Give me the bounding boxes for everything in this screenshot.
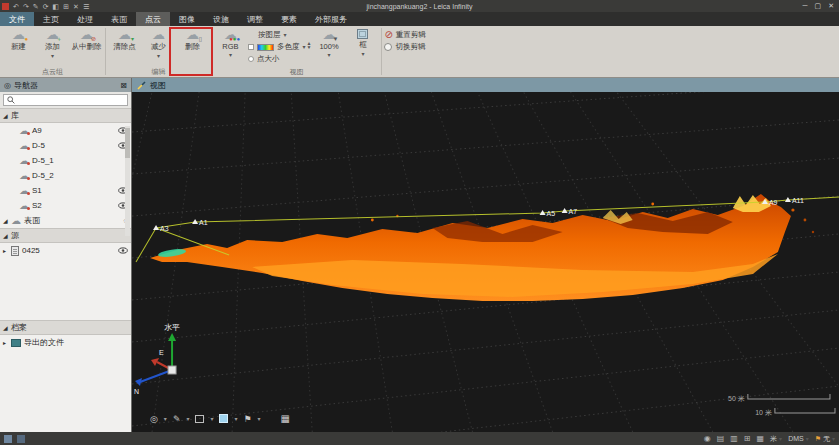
rgb-button[interactable]: ☁●●● RGB ▾ (214, 27, 247, 58)
refresh-icon[interactable]: ⟳ (43, 3, 49, 10)
new-pointcloud-button[interactable]: ☁● 新建 (2, 27, 35, 52)
length-unit-dropdown[interactable]: 米▾ (770, 434, 782, 444)
chevron-down-icon: ▾ (229, 52, 232, 58)
chevron-down-icon[interactable]: ▾ (210, 416, 213, 422)
crs-dropdown[interactable]: ⚑ 无▾ (815, 434, 835, 444)
svg-text:A1: A1 (199, 219, 208, 226)
cloud-rgb-icon: ☁●●● (224, 29, 237, 41)
panel-dock-icon[interactable]: ⊠ (120, 81, 127, 90)
tree-item-source-file[interactable]: ▸ 0425 (0, 243, 131, 258)
status-layout-icon[interactable] (17, 435, 25, 443)
redo-icon[interactable]: ↷ (23, 3, 29, 10)
cloud-filter-icon: ☁▼ (322, 29, 335, 41)
chevron-down-icon[interactable]: ▾ (258, 416, 261, 422)
navigator-header: ◎ 导航器 ⊠ (0, 78, 131, 92)
maximize-button[interactable]: ▢ (815, 2, 822, 10)
status-doc-icon[interactable]: ▤ (717, 434, 725, 443)
status-target-icon[interactable]: ◉ (704, 434, 711, 443)
list-icon[interactable]: ☰ (83, 3, 89, 10)
clear-points-button[interactable]: ☁▾ 清除点 (108, 27, 141, 52)
crs-flag-icon: ⚑ (815, 435, 821, 443)
status-save-icon[interactable]: ▥ (730, 434, 738, 443)
frame-button[interactable]: 框 ▾ (346, 27, 379, 57)
point-cloud[interactable] (150, 194, 814, 301)
view-options-stack: 按图层 ▾ 多色度 ▾ 点大小 (248, 27, 306, 64)
visibility-eye-icon[interactable] (118, 247, 128, 254)
add-pointcloud-button[interactable]: ☁＋ 添加 ▾ (36, 27, 69, 59)
tab-home[interactable]: 主页 (34, 12, 68, 26)
tree-item-pointcloud[interactable]: ☁ D-5_1 (0, 153, 131, 168)
chevron-down-icon[interactable]: ▾ (186, 416, 189, 422)
measure-tool-icon[interactable]: ✎ (173, 414, 181, 424)
tab-external-services[interactable]: 外部服务 (306, 12, 356, 26)
tree-item-pointcloud[interactable]: ☁ A9 (0, 123, 131, 138)
ribbon-group-pointcloud: ☁● 新建 ☁＋ 添加 ▾ ☁⊘ 从中删除 点云组 (0, 26, 105, 77)
pointcloud-icon: ☁ (19, 201, 29, 210)
tree-item-pointcloud[interactable]: ☁ S1 (0, 183, 131, 198)
undo-icon[interactable]: ↶ (13, 3, 19, 10)
window-icon[interactable]: ⊞ (63, 3, 69, 10)
multichrome-checkbox[interactable] (248, 44, 254, 50)
scale-minor-label: 10 米 (755, 409, 772, 416)
tool-icon[interactable]: ✎ (33, 3, 39, 10)
title-bar: ↶ ↷ ✎ ⟳ ◧ ⊞ ✕ ☰ jinchangpankuang2 - Leic… (0, 0, 839, 12)
point-size-radio[interactable] (248, 56, 254, 62)
point-size-stepper[interactable]: ▲▼ (307, 27, 312, 49)
triangle-expanded-icon: ◢ (3, 217, 11, 224)
prohibit-icon: ⊘ (384, 30, 392, 40)
selection-box-icon[interactable] (195, 415, 204, 423)
multichrome-label: 多色度 (277, 42, 300, 52)
snapshot-icon[interactable]: ◧ (53, 3, 60, 10)
zoom-level-button[interactable]: ☁▼ 100% ▾ (312, 27, 345, 58)
angle-unit-dropdown[interactable]: DMS▾ (788, 435, 809, 442)
close-doc-icon[interactable]: ✕ (73, 3, 79, 10)
minimize-button[interactable]: ─ (803, 2, 808, 10)
chevron-down-icon: ▾ (361, 51, 364, 57)
navigator-scrollbar[interactable] (125, 126, 130, 236)
tab-features[interactable]: 要素 (272, 12, 306, 26)
tree-section-source[interactable]: ◢ 源 (0, 228, 131, 243)
group-label-pointcloud: 点云组 (2, 67, 103, 77)
status-panel-icon[interactable] (4, 435, 12, 443)
tree-section-archive[interactable]: ◢ 档案 (0, 320, 131, 335)
filter-flag-icon[interactable]: ⚑ (243, 414, 251, 424)
tab-file[interactable]: 文件 (0, 12, 34, 26)
tree-section-library[interactable]: ◢ 库 (0, 108, 131, 123)
group-label-view: 视图 (214, 67, 379, 77)
cloud-remove-icon: ☁⊘ (80, 29, 93, 41)
delete-highlight-box (169, 27, 213, 76)
search-input[interactable] (18, 95, 124, 105)
close-button[interactable]: ✕ (828, 2, 834, 10)
tab-infrastructure[interactable]: 设施 (204, 12, 238, 26)
tree-section-surfaces[interactable]: ◢ ☁ 表面 ◌ (0, 213, 131, 228)
view-cube-icon[interactable] (219, 414, 228, 423)
orbit-tool-icon[interactable]: ◎ (150, 414, 158, 424)
svg-text:A3: A3 (160, 225, 169, 232)
tab-pointcloud[interactable]: 点云 (136, 12, 170, 26)
surface-icon: ☁ (11, 216, 21, 225)
tab-surface[interactable]: 表面 (102, 12, 136, 26)
chevron-down-icon: ▾ (327, 52, 330, 58)
remove-from-button[interactable]: ☁⊘ 从中删除 (70, 27, 103, 52)
status-grid-icon[interactable]: ▦ (757, 434, 765, 443)
navigator-icon: ◎ (4, 81, 11, 90)
tab-processing[interactable]: 处理 (68, 12, 102, 26)
3d-canvas[interactable]: A3 A1 A5 A7 A9 A11 水平 E (132, 92, 839, 432)
reset-clip-button[interactable]: ⊘ 重置剪辑 (384, 30, 425, 40)
viewport-toolbar: ◎▾ ✎▾ ▾ ▾ ⚑▾ ▦ (150, 413, 290, 424)
grid-toggle-icon[interactable]: ▦ (281, 413, 290, 424)
tree-item-exported-files[interactable]: ▸ 导出的文件 (0, 335, 131, 350)
scale-major-label: 50 米 (728, 395, 745, 402)
pointcloud-icon: ☁ (19, 126, 29, 135)
tree-item-pointcloud[interactable]: ☁ D-5 (0, 138, 131, 153)
tree-item-pointcloud[interactable]: ☁ S2 (0, 198, 131, 213)
tree-item-pointcloud[interactable]: ☁ D-5_2 (0, 168, 131, 183)
toggle-clip-button[interactable]: 切换剪辑 (384, 42, 425, 52)
triangle-collapsed-icon: ▸ (3, 339, 11, 346)
status-window-icon[interactable]: ⊞ (744, 434, 751, 443)
by-layer-dropdown[interactable]: 按图层 (258, 30, 281, 40)
chevron-down-icon[interactable]: ▾ (234, 416, 237, 422)
chevron-down-icon[interactable]: ▾ (164, 416, 167, 422)
tab-imagery[interactable]: 图像 (170, 12, 204, 26)
tab-adjustments[interactable]: 调整 (238, 12, 272, 26)
